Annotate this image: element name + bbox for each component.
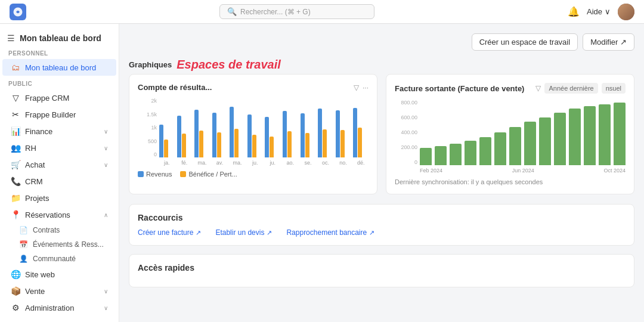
chevron-up-icon: ∧: [104, 212, 108, 218]
sidebar-title: Mon tableau de bord: [20, 33, 101, 43]
sidebar-item-label: Site web: [25, 270, 55, 279]
green-chart-area: [420, 100, 626, 165]
legend-item-benefice: Bénéfice / Pert...: [180, 171, 237, 178]
filter-icon-1[interactable]: ▽: [354, 83, 359, 92]
sidebar-item-label: RH: [25, 144, 36, 153]
nav-left: [10, 4, 26, 20]
chevron-down-icon: ∨: [104, 288, 108, 295]
legend-label-benefice: Bénéfice / Pert...: [188, 171, 237, 178]
page-layout: ☰ Mon tableau de bord Personnel 🗂 Mon ta…: [0, 24, 644, 322]
finance-icon: 📊: [11, 126, 20, 136]
arrow-icon: ↗: [369, 229, 374, 237]
interval-button[interactable]: nsuel: [602, 83, 626, 94]
shortcuts-row: Créer une facture ↗ Etablir un devis ↗ R…: [138, 228, 626, 237]
sidebar-item-administration[interactable]: ⚙ Administration ∨: [2, 299, 116, 316]
bar-orange: [323, 129, 327, 157]
chart-filters-1: ▽ ···: [354, 83, 369, 92]
help-button[interactable]: Aide ∨: [587, 7, 611, 16]
shortcut-facture[interactable]: Créer une facture ↗: [138, 228, 201, 237]
sidebar-item-crm[interactable]: 📞 CRM: [2, 173, 116, 190]
bar-orange: [234, 129, 239, 157]
sidebar-sub-evenements[interactable]: 📅 Événements & Ress...: [0, 237, 119, 252]
x-label: dé.: [353, 160, 369, 166]
legend-label-revenus: Revenus: [146, 171, 172, 178]
dashboard-icon: 🗂: [11, 63, 20, 72]
charts-row: Compte de résulta... ▽ ··· 2k 1.5k 1k: [129, 74, 634, 194]
sidebar: ☰ Mon tableau de bord Personnel 🗂 Mon ta…: [0, 24, 119, 322]
y-axis-labels-1: 2k 1.5k 1k 500 0: [138, 98, 157, 157]
shortcut-rapprochement[interactable]: Rapprochement bancaire ↗: [286, 228, 374, 237]
bar-orange: [199, 131, 203, 157]
green-chart-wrapper: 800.00 600.00 400.00 200.00 0 Feb 2024 J…: [395, 100, 626, 174]
bar-group: [265, 117, 280, 157]
x-label: fé.: [177, 160, 193, 166]
sidebar-item-frappe-crm[interactable]: ▽ Frappe CRM: [2, 89, 116, 106]
sidebar-item-label: Frappe Builder: [25, 110, 76, 119]
bar-group: [159, 125, 175, 157]
x-label: no.: [336, 160, 351, 166]
app-logo[interactable]: [10, 4, 26, 20]
green-bar: [494, 132, 506, 165]
sidebar-sub-communaute[interactable]: 👤 Communauté: [0, 252, 119, 266]
filter-icon-2[interactable]: ▽: [535, 84, 541, 92]
sidebar-item-projets[interactable]: 📁 Projets: [2, 190, 116, 206]
bar-group: [318, 109, 333, 157]
green-bar: [599, 104, 611, 165]
bar-blue: [177, 116, 181, 157]
x-label: ju.: [247, 160, 263, 166]
bar-group: [194, 110, 210, 157]
action-bar: Créer un espace de travail Modifier ↗: [129, 33, 634, 51]
bar-blue: [283, 111, 287, 157]
period-button[interactable]: Année dernière: [544, 83, 597, 94]
create-workspace-button[interactable]: Créer un espace de travail: [472, 33, 578, 51]
bar-orange: [252, 135, 256, 157]
bar-group: [336, 110, 351, 157]
hamburger-icon[interactable]: ☰: [7, 33, 15, 43]
main-content: Créer un espace de travail Modifier ↗ Gr…: [119, 24, 644, 322]
chart-card-facture: Facture sortante (Facture de vente) ▽ An…: [386, 74, 634, 194]
arrow-icon: ↗: [267, 229, 272, 237]
green-bar: [435, 146, 447, 165]
y-axis-labels-2: 800.00 600.00 400.00 200.00 0: [395, 100, 417, 165]
sidebar-item-site-web[interactable]: 🌐 Site web: [2, 266, 116, 283]
avatar[interactable]: [618, 4, 634, 20]
bar-group: [247, 114, 263, 157]
sidebar-item-frappe-builder[interactable]: ✂ Frappe Builder: [2, 106, 116, 123]
x-label: ao.: [283, 160, 298, 166]
chart-x-labels-1: ja.fé.ma.av.ma.ju.ju.ao.se.oc.no.dé.: [159, 160, 369, 166]
bell-icon[interactable]: 🔔: [568, 6, 580, 17]
shortcuts-heading: Raccourcis: [138, 213, 626, 222]
sidebar-sub-contrats[interactable]: 📄 Contrats: [0, 223, 119, 237]
bar-group: [353, 108, 369, 157]
x-label: ju.: [265, 160, 280, 166]
modify-button[interactable]: Modifier ↗: [583, 33, 634, 51]
more-icon-1[interactable]: ···: [363, 83, 369, 92]
sidebar-item-rh[interactable]: 👥 RH ∨: [2, 140, 116, 156]
bar-orange: [164, 140, 168, 157]
bar-orange: [270, 137, 274, 157]
shortcut-label: Rapprochement bancaire: [286, 228, 367, 237]
sidebar-item-label: Projets: [25, 194, 49, 203]
sidebar-item-finance[interactable]: 📊 Finance ∨: [2, 123, 116, 140]
sidebar-item-mon-tableau[interactable]: 🗂 Mon tableau de bord: [2, 59, 116, 76]
sidebar-item-achat[interactable]: 🛒 Achat ∨: [2, 156, 116, 173]
chart-title-2: Facture sortante (Facture de vente): [395, 84, 524, 93]
bar-group: [301, 113, 316, 157]
shortcut-devis[interactable]: Etablir un devis ↗: [215, 228, 272, 237]
x-label: oc.: [318, 160, 333, 166]
bar-blue: [353, 108, 357, 157]
sidebar-item-label: Finance: [25, 127, 52, 136]
chart-title-1: Compte de résulta...: [138, 83, 212, 92]
green-bar: [420, 148, 432, 165]
bar-group: [177, 116, 193, 157]
search-bar[interactable]: 🔍 Rechercher... (⌘ + G): [219, 4, 374, 19]
green-bar: [554, 113, 566, 165]
bar-blue: [194, 110, 199, 157]
builder-icon: ✂: [11, 110, 20, 119]
green-bar: [539, 117, 551, 165]
sidebar-item-vente[interactable]: 📦 Vente ∨: [2, 283, 116, 299]
x-label: av.: [212, 160, 228, 166]
sidebar-sub-label: Contrats: [33, 226, 60, 234]
search-bar-container[interactable]: 🔍 Rechercher... (⌘ + G): [219, 4, 374, 19]
sidebar-item-reservations[interactable]: 📍 Réservations ∧: [2, 206, 116, 223]
